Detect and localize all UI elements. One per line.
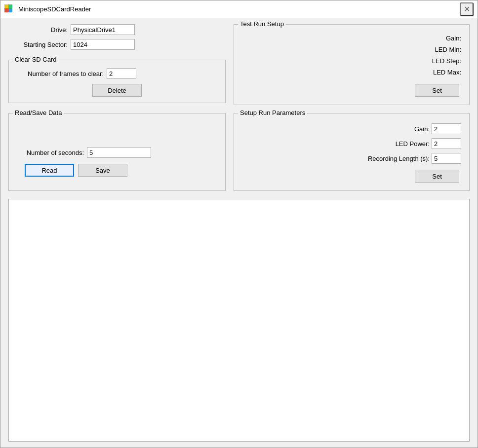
read-save-data-group: Read/Save Data Number of seconds: Read S… [8, 113, 226, 191]
test-led-step-row: LED Step: [272, 57, 461, 65]
setup-recording-length-row: Recording Length (s): [242, 153, 461, 164]
svg-rect-3 [8, 8, 12, 12]
window-title: MiniscopeSDCardReader [18, 5, 460, 13]
test-led-max-label: LED Max: [433, 69, 461, 76]
test-led-min-row: LED Min: [272, 46, 461, 53]
setup-led-power-label: LED Power: [396, 140, 430, 148]
setup-run-fields: Gain: LED Power: Recording Length (s): [242, 123, 461, 164]
setup-led-power-row: LED Power: [242, 138, 461, 149]
test-run-setup-title: Test Run Setup [238, 20, 286, 28]
delete-button[interactable]: Delete [92, 84, 142, 97]
test-led-min-label: LED Min: [435, 46, 461, 53]
test-gain-row: Gain: [272, 35, 461, 42]
setup-gain-row: Gain: [242, 123, 461, 134]
right-panel: Test Run Setup Gain: LED Min: LED Step: [234, 24, 470, 191]
svg-rect-2 [4, 8, 8, 12]
starting-sector-label: Starting Sector: [8, 41, 68, 48]
test-run-set-button[interactable]: Set [415, 84, 459, 97]
test-run-fields: Gain: LED Min: LED Step: LED Max: [242, 35, 461, 78]
clear-sd-card-title: Clear SD Card [13, 56, 59, 63]
setup-run-parameters-group: Setup Run Parameters Gain: LED Power: Re… [234, 113, 470, 191]
setup-recording-length-label: Recording Length (s): [368, 155, 430, 162]
read-save-data-title: Read/Save Data [13, 109, 64, 116]
seconds-label: Number of seconds: [15, 149, 84, 156]
drive-label: Drive: [8, 26, 68, 34]
setup-run-set-button[interactable]: Set [415, 170, 459, 183]
output-box [8, 199, 470, 442]
setup-led-power-input[interactable] [432, 138, 461, 149]
drive-row: Drive: [8, 24, 226, 35]
frames-to-clear-input[interactable] [107, 68, 136, 79]
seconds-row: Number of seconds: [15, 147, 219, 158]
setup-recording-length-input[interactable] [432, 153, 461, 164]
test-led-step-label: LED Step: [432, 57, 461, 65]
setup-gain-label: Gain: [414, 125, 430, 133]
setup-run-parameters-title: Setup Run Parameters [238, 109, 307, 116]
starting-sector-row: Starting Sector: [8, 39, 226, 50]
app-icon [4, 4, 14, 14]
title-bar: MiniscopeSDCardReader ✕ [0, 0, 478, 18]
clear-sd-card-group: Clear SD Card Number of frames to clear:… [8, 60, 226, 103]
read-button[interactable]: Read [25, 164, 74, 177]
main-content: Drive: Starting Sector: Clear SD Card Nu… [0, 18, 478, 448]
svg-rect-4 [4, 4, 8, 8]
top-section: Drive: Starting Sector: Clear SD Card Nu… [8, 24, 470, 191]
frames-to-clear-row: Number of frames to clear: [15, 68, 219, 79]
close-button[interactable]: ✕ [460, 2, 474, 16]
test-gain-label: Gain: [446, 35, 461, 42]
main-window: MiniscopeSDCardReader ✕ Drive: Starting … [0, 0, 478, 448]
left-panel: Drive: Starting Sector: Clear SD Card Nu… [8, 24, 226, 191]
save-button[interactable]: Save [78, 164, 127, 177]
test-led-max-row: LED Max: [272, 69, 461, 76]
seconds-input[interactable] [87, 147, 151, 158]
setup-gain-input[interactable] [432, 123, 461, 134]
drive-input[interactable] [71, 24, 135, 35]
test-run-setup-group: Test Run Setup Gain: LED Min: LED Step: [234, 24, 470, 105]
starting-sector-input[interactable] [71, 39, 135, 50]
frames-to-clear-label: Number of frames to clear: [15, 70, 104, 77]
svg-rect-1 [8, 4, 12, 8]
